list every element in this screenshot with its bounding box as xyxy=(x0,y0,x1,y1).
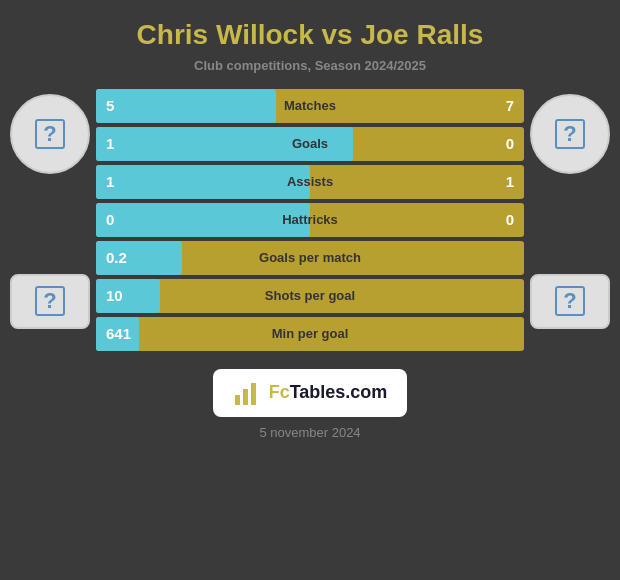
stat-row: 0Hattricks0 xyxy=(96,203,524,237)
logo-tables: Tables.com xyxy=(290,382,388,402)
page-header: Chris Willock vs Joe Ralls Club competit… xyxy=(117,0,504,81)
stat-center-label: Matches xyxy=(284,98,336,113)
stat-center-label: Shots per goal xyxy=(265,288,355,303)
stat-center-label: Goals per match xyxy=(259,250,361,265)
left-avatar-icon-bottom: ? xyxy=(35,286,65,316)
stat-left-value: 0 xyxy=(96,211,146,228)
stat-row: 1Goals0 xyxy=(96,127,524,161)
right-avatar-icon-top: ? xyxy=(555,119,585,149)
stat-left-value: 5 xyxy=(96,97,146,114)
footer-date: 5 november 2024 xyxy=(259,425,360,440)
stat-left-value: 1 xyxy=(96,135,146,152)
stat-row: 0.2Goals per match xyxy=(96,241,524,275)
page-title: Chris Willock vs Joe Ralls xyxy=(137,18,484,52)
footer-logo: FcTables.com xyxy=(213,369,408,417)
stat-row: 641Min per goal xyxy=(96,317,524,351)
stat-right-value: 0 xyxy=(506,211,514,228)
svg-rect-1 xyxy=(243,389,248,405)
stat-center-label: Goals xyxy=(292,136,328,151)
stat-right-value: 7 xyxy=(506,97,514,114)
left-avatar-icon-top: ? xyxy=(35,119,65,149)
stat-left-value: 10 xyxy=(96,287,146,304)
stats-container: 5Matches71Goals01Assists10Hattricks00.2G… xyxy=(96,89,524,351)
logo-chart-icon xyxy=(233,379,261,407)
stat-row: 10Shots per goal xyxy=(96,279,524,313)
stat-row: 1Assists1 xyxy=(96,165,524,199)
logo-fc: Fc xyxy=(269,382,290,402)
stat-left-value: 641 xyxy=(96,325,146,342)
stat-center-label: Hattricks xyxy=(282,212,338,227)
right-player-avatar-bottom: ? xyxy=(530,274,610,329)
svg-rect-0 xyxy=(235,395,240,405)
stat-row: 5Matches7 xyxy=(96,89,524,123)
stat-left-value: 1 xyxy=(96,173,146,190)
stat-left-value: 0.2 xyxy=(96,249,146,266)
left-avatars: ? ? xyxy=(10,89,90,329)
page-subtitle: Club competitions, Season 2024/2025 xyxy=(137,58,484,73)
right-avatars: ? ? xyxy=(530,89,610,329)
right-player-avatar-top: ? xyxy=(530,94,610,174)
left-player-avatar-bottom: ? xyxy=(10,274,90,329)
left-player-avatar-top: ? xyxy=(10,94,90,174)
stat-right-value: 1 xyxy=(506,173,514,190)
svg-rect-2 xyxy=(251,383,256,405)
logo-text: FcTables.com xyxy=(269,382,388,403)
right-avatar-icon-bottom: ? xyxy=(555,286,585,316)
content-area: ? ? 5Matches71Goals01Assists10Hattricks0… xyxy=(0,81,620,359)
stat-right-value: 0 xyxy=(506,135,514,152)
stat-center-label: Min per goal xyxy=(272,326,349,341)
stat-center-label: Assists xyxy=(287,174,333,189)
